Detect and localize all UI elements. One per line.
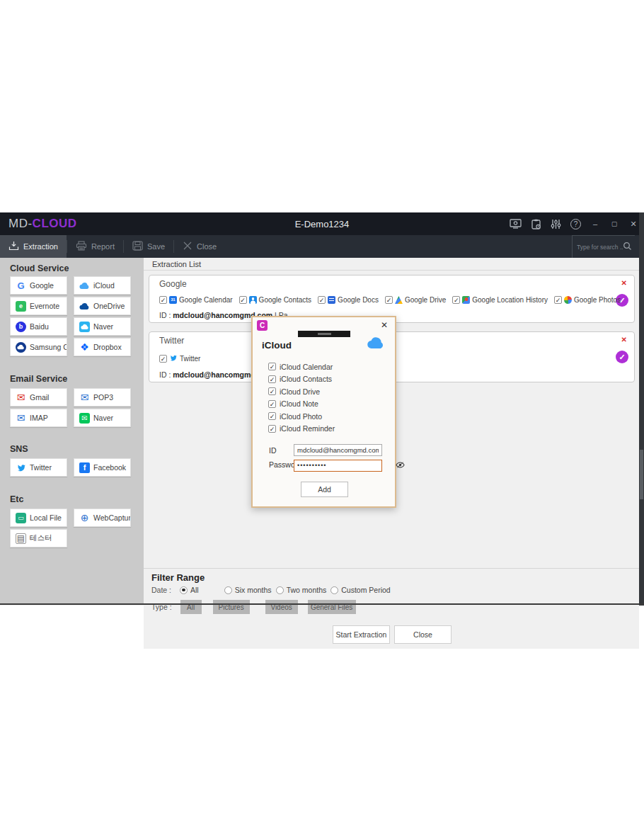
service-twitter: ✓Twitter [159,354,200,363]
sidebar-item-tester[interactable]: ▤테스터 [10,529,67,547]
sidebar-item-evernote[interactable]: eEvernote [10,297,67,315]
type-button-videos[interactable]: Videos [265,600,298,614]
checkbox[interactable]: ✓ [268,387,276,395]
checkbox[interactable]: ✓ [239,296,247,304]
evernote-icon: e [16,301,26,312]
close-button[interactable]: Close [394,625,452,644]
sidebar-item-imap[interactable]: ✉IMAP [10,409,67,427]
icloud-dialog: C ✕ iCloud ✓iCloud Calendar ✓iCloud Cont… [251,316,396,508]
option-icloud-note[interactable]: ✓iCloud Note [268,398,335,411]
type-button-general-files[interactable]: General Files [308,600,356,614]
sidebar-item-baidu[interactable]: bBaidu [10,317,67,336]
sidebar-item-pop3[interactable]: ✉POP3 [74,388,131,407]
google-contacts-icon [249,296,257,304]
tab-close[interactable]: Close [174,235,225,258]
help-icon[interactable]: ? [570,219,581,229]
checkbox[interactable]: ✓ [159,355,167,363]
search-input[interactable] [577,244,623,251]
checkbox[interactable]: ✓ [318,296,326,304]
sidebar-item-naver-cloud[interactable]: Naver [74,317,131,336]
dialog-drag-handle[interactable] [298,331,350,337]
show-password-eye-icon[interactable] [396,459,405,472]
type-button-all[interactable]: All [180,600,202,614]
radio-two-months[interactable]: Two months [276,586,327,594]
section-title-sns: SNS [10,444,28,454]
password-input[interactable] [294,460,382,472]
radio-icon[interactable] [276,586,284,594]
start-extraction-button[interactable]: Start Extraction [333,625,390,644]
radio-icon[interactable] [224,586,232,594]
type-button-pictures[interactable]: Pictures [213,600,250,614]
sidebar-item-samsung-cloud[interactable]: Samsung Clc [10,338,67,356]
section-title-cloud-service: Cloud Service [10,263,69,273]
screen-capture-icon[interactable] [510,219,522,229]
tab-save-label: Save [147,242,165,251]
add-button[interactable]: Add [301,482,348,497]
tab-extraction[interactable]: Extraction [0,235,67,258]
sidebar-item-local-file[interactable]: ▭Local File [10,509,67,527]
checkbox[interactable]: ✓ [385,296,393,304]
checkbox[interactable]: ✓ [268,425,276,433]
checkbox[interactable]: ✓ [268,412,276,420]
settings-sliders-icon[interactable] [551,219,561,229]
sidebar-item-facebook[interactable]: fFacebook [74,458,131,477]
sidebar-item-twitter[interactable]: Twitter [10,458,67,477]
radio-all[interactable]: All [180,586,199,594]
dropbox-icon: ❖ [79,342,90,353]
onedrive-icon [79,301,90,312]
local-file-icon: ▭ [16,513,26,523]
id-field-row: ID [269,444,382,456]
dialog-app-icon: C [257,320,268,331]
window-close-button[interactable]: ✕ [628,220,638,229]
envelope-icon: ✉ [79,392,90,403]
search-icon[interactable] [623,241,632,254]
sidebar-item-naver-mail[interactable]: ✉Naver [74,409,131,427]
remove-card-icon[interactable]: ✕ [621,279,627,287]
scrollbar-thumb[interactable] [640,450,643,499]
remove-card-icon[interactable]: ✕ [621,336,627,343]
vertical-scrollbar[interactable] [639,212,644,606]
tab-save[interactable]: Save [124,235,173,258]
id-input[interactable] [294,444,382,456]
dialog-close-icon[interactable]: ✕ [381,320,388,330]
sidebar-item-dropbox[interactable]: ❖Dropbox [74,338,131,356]
option-icloud-reminder[interactable]: ✓iCloud Reminder [268,423,335,436]
service-google-drive: ✓Google Drive [385,296,446,304]
sidebar-item-gmail[interactable]: ✉Gmail [10,388,67,407]
checkbox[interactable]: ✓ [554,296,562,304]
sidebar-item-onedrive[interactable]: OneDrive [74,297,131,315]
google-photos-icon [564,296,572,304]
checkbox[interactable]: ✓ [268,375,276,383]
checkbox[interactable]: ✓ [268,400,276,408]
filter-range-panel: Filter Range Date : All Six months Two m… [144,568,639,649]
option-icloud-calendar[interactable]: ✓iCloud Calendar [268,360,335,373]
screenshot-canvas: MD-CLOUD E-Demo1234 ? – ▢ ✕ Extraction [0,0,644,818]
date-label: Date : [151,586,171,594]
google-drive-icon [395,296,403,304]
search-box[interactable] [572,235,635,258]
checkbox[interactable]: ✓ [159,296,167,304]
extraction-list-header: Extraction List [144,258,639,271]
sidebar-item-google[interactable]: GGoogle [10,276,67,295]
maximize-button[interactable]: ▢ [609,220,619,227]
sidebar-item-webcapture[interactable]: ⊕WebCapture [74,509,131,527]
md-cloud-window: MD-CLOUD E-Demo1234 ? – ▢ ✕ Extraction [0,212,644,606]
checkbox[interactable]: ✓ [452,296,460,304]
service-google-calendar: ✓31Google Calendar [159,296,233,304]
close-x-icon [183,241,192,252]
tab-report[interactable]: Report [67,235,123,258]
radio-selected-icon[interactable] [180,586,188,594]
radio-six-months[interactable]: Six months [224,586,272,594]
checkbox[interactable]: ✓ [268,363,276,370]
radio-custom-period[interactable]: Custom Period [330,586,390,594]
option-icloud-photo[interactable]: ✓iCloud Photo [268,410,335,423]
option-icloud-contacts[interactable]: ✓iCloud Contacts [268,373,335,386]
minimize-button[interactable]: – [590,220,600,228]
web-capture-icon: ⊕ [79,513,90,523]
radio-icon[interactable] [330,586,338,594]
icloud-icon [79,280,90,291]
option-icloud-drive[interactable]: ✓iCloud Drive [268,385,335,398]
report-clipboard-icon[interactable] [531,219,541,229]
sidebar-item-icloud[interactable]: iCloud [74,276,131,295]
service-google-docs: ✓Google Docs [318,296,379,304]
